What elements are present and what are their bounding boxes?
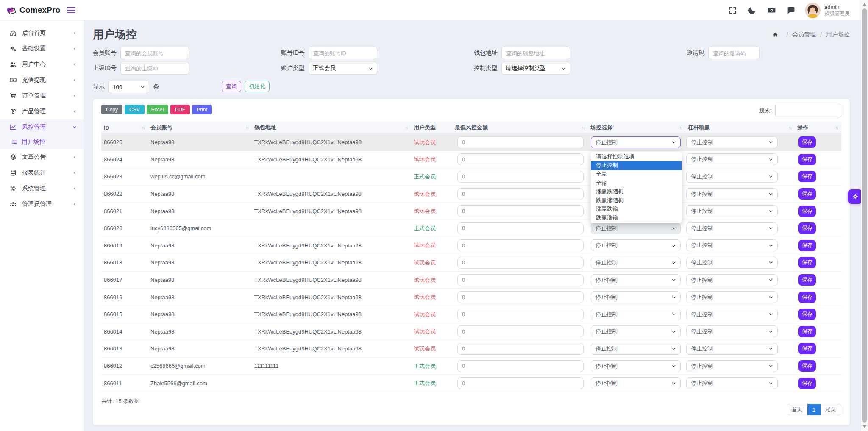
dropdown-option[interactable]: 跌赢涨输 <box>591 214 682 222</box>
scene-control-select[interactable]: 停止控制 <box>591 360 681 372</box>
brand[interactable]: ComexPro <box>6 5 61 16</box>
dropdown-option[interactable]: 全赢 <box>591 170 682 179</box>
column-header-account[interactable]: 会员账号 <box>148 124 252 131</box>
min-risk-amount-input[interactable] <box>457 205 584 217</box>
dropdown-option[interactable]: 停止控制 <box>591 161 682 170</box>
breadcrumb-home-icon[interactable] <box>768 29 782 40</box>
sidebar-item-dashboard[interactable]: 后台首页 <box>0 25 84 41</box>
save-button[interactable]: 保存 <box>798 154 816 165</box>
save-button[interactable]: 保存 <box>798 188 816 200</box>
lever-winlose-select[interactable]: 停止控制 <box>686 309 778 320</box>
save-button[interactable]: 保存 <box>798 257 816 268</box>
scene-control-select[interactable]: 停止控制 <box>591 309 681 320</box>
lever-winlose-select[interactable]: 停止控制 <box>686 136 778 148</box>
sidebar-item-system[interactable]: 系统管理 <box>0 181 84 196</box>
sidebar-item-deposit-withdraw[interactable]: 充值提现 <box>0 72 84 88</box>
lever-winlose-select[interactable]: 停止控制 <box>686 205 778 217</box>
min-risk-amount-input[interactable] <box>457 291 584 303</box>
sidebar-item-risk-management[interactable]: 风控管理 <box>0 119 84 135</box>
export-print-button[interactable]: Print <box>192 105 212 114</box>
export-csv-button[interactable]: CSV <box>125 105 145 114</box>
lever-winlose-select[interactable]: 停止控制 <box>686 171 778 183</box>
account-id-input[interactable] <box>309 47 377 59</box>
min-risk-amount-input[interactable] <box>457 309 584 320</box>
account-type-select[interactable]: 正式会员 <box>309 62 377 75</box>
export-pdf-button[interactable]: PDF <box>170 105 190 114</box>
sidebar-item-reports[interactable]: 报表统计 <box>0 165 84 181</box>
query-button[interactable]: 查询 <box>222 81 241 92</box>
member-account-input[interactable] <box>120 47 189 59</box>
save-button[interactable]: 保存 <box>798 360 816 372</box>
export-excel-button[interactable]: Excel <box>147 105 168 114</box>
dropdown-option[interactable]: 涨赢跌输 <box>591 205 682 214</box>
save-button[interactable]: 保存 <box>798 292 816 303</box>
scrollbar-down-arrow[interactable] <box>863 425 866 428</box>
money-icon[interactable] <box>767 6 776 15</box>
dropdown-option[interactable]: 全输 <box>591 179 682 188</box>
min-risk-amount-input[interactable] <box>457 188 584 200</box>
scene-control-select[interactable]: 停止控制 <box>591 325 681 337</box>
lever-winlose-select[interactable]: 停止控制 <box>686 325 778 337</box>
column-header-id[interactable]: ID <box>101 125 148 131</box>
column-header-wallet[interactable]: 钱包地址 <box>252 124 411 131</box>
pagination-page-1[interactable]: 1 <box>807 404 821 415</box>
sidebar-item-articles[interactable]: 文章公告 <box>0 149 84 165</box>
sort-icon[interactable] <box>679 125 682 130</box>
table-search-input[interactable] <box>775 104 841 117</box>
column-header-lever-winlose[interactable]: 杠杆输赢 <box>685 124 795 131</box>
column-header-min-risk-amount[interactable]: 最低风控金额 <box>452 124 588 131</box>
sidebar-item-user-center[interactable]: 用户中心 <box>0 56 84 72</box>
scene-control-select[interactable]: 停止控制 <box>591 377 681 389</box>
lever-winlose-select[interactable]: 停止控制 <box>686 360 778 372</box>
user-menu[interactable]: admin 超级管理员 <box>805 3 850 18</box>
sort-icon[interactable] <box>789 125 792 130</box>
dropdown-option[interactable]: 请选择控制选项 <box>591 153 682 161</box>
scene-control-select[interactable]: 停止控制 <box>591 136 681 148</box>
lever-winlose-select[interactable]: 停止控制 <box>686 188 778 200</box>
lever-winlose-select[interactable]: 停止控制 <box>686 291 778 303</box>
sidebar-item-products[interactable]: 产品管理 <box>0 103 84 119</box>
reset-button[interactable]: 初始化 <box>245 81 270 92</box>
min-risk-amount-input[interactable] <box>457 136 584 148</box>
lever-winlose-select[interactable]: 停止控制 <box>686 239 778 251</box>
pagination-last[interactable]: 尾页 <box>820 404 841 415</box>
save-button[interactable]: 保存 <box>798 309 816 320</box>
min-risk-amount-input[interactable] <box>457 360 584 372</box>
min-risk-amount-input[interactable] <box>457 274 584 286</box>
sidebar-item-basic-settings[interactable]: 基础设置 <box>0 41 84 56</box>
save-button[interactable]: 保存 <box>798 240 816 251</box>
scrollbar-up-arrow[interactable] <box>863 3 866 6</box>
menu-toggle-icon[interactable] <box>67 6 75 14</box>
save-button[interactable]: 保存 <box>798 343 816 354</box>
lever-winlose-select[interactable]: 停止控制 <box>686 343 778 355</box>
column-header-user-type[interactable]: 用户类型 <box>411 124 452 131</box>
lever-winlose-select[interactable]: 停止控制 <box>686 377 778 389</box>
export-copy-button[interactable]: Copy <box>101 105 122 114</box>
sort-icon[interactable] <box>835 125 838 130</box>
invite-code-input[interactable] <box>708 47 760 59</box>
fullscreen-icon[interactable] <box>728 6 737 15</box>
chat-icon[interactable] <box>787 6 796 15</box>
min-risk-amount-input[interactable] <box>457 171 584 183</box>
scene-control-select[interactable]: 停止控制 <box>591 343 681 355</box>
breadcrumb-item-members[interactable]: 会员管理 <box>792 31 816 39</box>
scrollbar-thumb[interactable] <box>862 8 867 423</box>
pagination-first[interactable]: 首页 <box>787 404 808 415</box>
save-button[interactable]: 保存 <box>798 136 816 148</box>
wallet-input[interactable] <box>501 47 570 59</box>
scene-control-select[interactable]: 停止控制 <box>591 257 681 269</box>
dropdown-option[interactable]: 涨赢跌随机 <box>591 187 682 196</box>
moon-icon[interactable] <box>748 6 757 15</box>
min-risk-amount-input[interactable] <box>457 222 584 234</box>
sort-icon[interactable] <box>246 125 249 130</box>
min-risk-amount-input[interactable] <box>457 325 584 337</box>
sidebar-item-orders[interactable]: 订单管理 <box>0 88 84 103</box>
column-header-actions[interactable]: 操作 <box>795 124 841 131</box>
scene-control-select[interactable]: 停止控制 <box>591 239 681 251</box>
dropdown-option[interactable]: 跌赢涨随机 <box>591 196 682 205</box>
lever-winlose-select[interactable]: 停止控制 <box>686 222 778 234</box>
lever-winlose-select[interactable]: 停止控制 <box>686 257 778 269</box>
min-risk-amount-input[interactable] <box>457 239 584 251</box>
column-header-scene-select[interactable]: 场控选择 <box>588 124 685 131</box>
scene-control-select[interactable]: 停止控制 <box>591 222 681 234</box>
